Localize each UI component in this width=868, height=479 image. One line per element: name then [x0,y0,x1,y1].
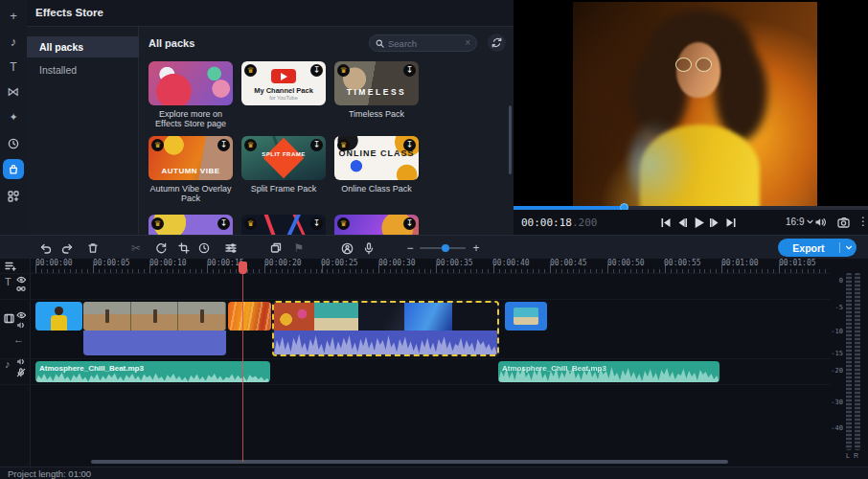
ruler-label: 00:00:45 [550,259,587,267]
pack-card-autumn-vibe[interactable]: AUTUMN VIBE ♛ ↧ Autumn Vibe Overlay Pack [148,136,233,204]
pack-card-fluffy-blog[interactable]: FLUFFY BLOG ♛ ↧ [148,215,233,235]
pack-card-my-channel[interactable]: My Channel Pack for YouTube ♛ ↧ [241,61,326,109]
preview-video-frame [573,2,817,206]
refresh-button[interactable] [488,34,506,52]
effects-store-panel: Effects Store All packs Installed All pa… [27,0,514,235]
ruler-label: 00:00:00 [35,259,73,267]
pack-card-split-frame[interactable]: SPLIT FRAME ♛ ↧ Split Frame Pack [241,136,326,194]
timeline-zoom-slider[interactable] [420,247,466,249]
search-input[interactable] [388,38,461,49]
video-clip-2-linked-audio[interactable] [83,331,226,355]
panel-scrollbar[interactable] [509,105,512,174]
skip-back-icon[interactable] [659,217,673,228]
download-badge[interactable]: ↧ [217,217,230,230]
clip-thumbnail [452,303,497,331]
cut-icon[interactable]: ✂ [128,240,144,256]
clear-search-icon[interactable]: × [465,38,470,48]
video-track-visibility-icon[interactable] [16,311,26,319]
redo-icon[interactable] [59,240,75,256]
play-icon[interactable] [692,217,705,228]
download-badge[interactable]: ↧ [403,217,416,230]
pack-thumbnail: ♛ ↧ [334,215,419,235]
snapshot-icon[interactable] [836,217,850,228]
undo-icon[interactable] [37,240,53,256]
panel-title: Effects Store [35,7,103,18]
video-clip-2[interactable] [83,302,226,331]
add-track-icon[interactable] [5,261,17,272]
premium-crown-badge: ♛ [244,139,257,151]
audio-clip-2[interactable]: Atmosphere_Chill_Beat.mp3 [498,361,720,382]
meter-bar-left [846,273,852,450]
more-tools-icon[interactable] [3,186,24,206]
record-audio-icon[interactable] [361,240,377,256]
export-button[interactable]: Export [778,239,857,257]
download-badge[interactable]: ↧ [403,139,416,151]
audio-icon[interactable]: ♪ [3,32,24,52]
titles-icon[interactable]: T [3,57,24,77]
duration-icon[interactable] [196,240,212,256]
clip-properties-icon[interactable] [223,240,239,256]
download-badge[interactable]: ↧ [403,64,416,77]
frame-forward-icon[interactable] [708,217,721,228]
export-options-chevron-icon[interactable] [840,245,857,250]
collapse-track-arrow-icon[interactable]: ← [13,334,24,345]
zoom-in-icon[interactable]: + [468,240,484,256]
frame-back-icon[interactable] [675,217,689,228]
download-badge[interactable]: ↧ [217,139,230,151]
ruler-label: 00:00:35 [436,259,473,267]
pack-card-timeless[interactable]: TIMELESS ♛ ↧ Timeless Pack [334,61,419,119]
effects-icon[interactable]: ✦ [3,107,24,127]
audio-track-narration-muted-icon[interactable] [16,368,26,377]
more-options-icon[interactable]: ⋮ [857,215,868,228]
pack-thumbnail: AUTUMN VIBE ♛ ↧ [148,136,233,180]
pack-art-title: My Channel Pack [241,86,326,95]
pack-card-explore[interactable]: Explore more on Effects Store page [148,61,233,129]
photo-glasses [675,57,692,72]
volume-icon[interactable] [813,217,827,228]
slide-wizard-icon[interactable] [268,240,284,256]
duration-icon[interactable] [3,133,24,153]
crop-icon[interactable] [176,240,192,256]
download-badge[interactable]: ↧ [310,64,323,77]
aspect-ratio-dropdown[interactable]: 16:9 [786,217,813,227]
subnav-all-packs[interactable]: All packs [27,36,139,57]
video-clip-5[interactable] [505,302,547,331]
subnav-installed[interactable]: Installed [27,59,139,80]
marker-flag-icon[interactable]: ⚑ [291,240,307,256]
ruler-label: 00:01:00 [721,259,759,267]
video-track-mute-icon[interactable] [16,321,26,330]
pack-card-collage[interactable]: ♛ ↧ [334,215,419,235]
delete-icon[interactable] [85,240,101,256]
meter-label: -40 [831,424,843,432]
selected-video-clip[interactable] [272,301,499,356]
pack-thumbnail: Let's Play ♛ ↧ [241,215,326,235]
zoom-out-icon[interactable]: − [402,240,418,256]
record-video-icon[interactable] [339,240,354,256]
meter-label: -15 [831,350,843,357]
pack-card-online-class[interactable]: ONLINE CLASS ♛ ↧ Online Class Pack [334,136,419,194]
download-badge[interactable]: ↧ [310,139,323,151]
premium-crown-badge: ♛ [244,217,257,230]
playhead-handle[interactable] [239,262,247,274]
transitions-icon[interactable]: ⋈ [3,81,24,102]
pack-card-lets-play[interactable]: Let's Play ♛ ↧ [241,215,326,235]
search-box[interactable]: × [369,34,477,52]
status-bar: Project length: 01:00 [0,467,868,479]
ruler-label: 00:00:25 [321,259,358,267]
effects-store-icon[interactable] [3,159,24,179]
meter-channel-label: L [846,452,850,459]
audio-clip-1[interactable]: Atmosphere_Chill_Beat.mp3 [35,361,270,382]
title-track-visibility-icon[interactable] [16,276,26,284]
pack-label: Autumn Vibe Overlay Pack [148,184,233,204]
timeline-horizontal-scrollbar[interactable] [91,460,728,464]
video-clip-3[interactable] [228,302,271,331]
playhead-line[interactable] [242,262,243,462]
zoom-slider-thumb[interactable] [442,244,449,252]
title-track-link-icon[interactable] [16,285,26,292]
add-media-icon[interactable]: + [3,6,24,26]
rotate-icon[interactable] [153,240,169,256]
video-clip-1[interactable] [35,302,82,331]
skip-forward-icon[interactable] [724,217,738,228]
download-badge[interactable]: ↧ [310,217,323,230]
video-track-icon [4,313,14,324]
